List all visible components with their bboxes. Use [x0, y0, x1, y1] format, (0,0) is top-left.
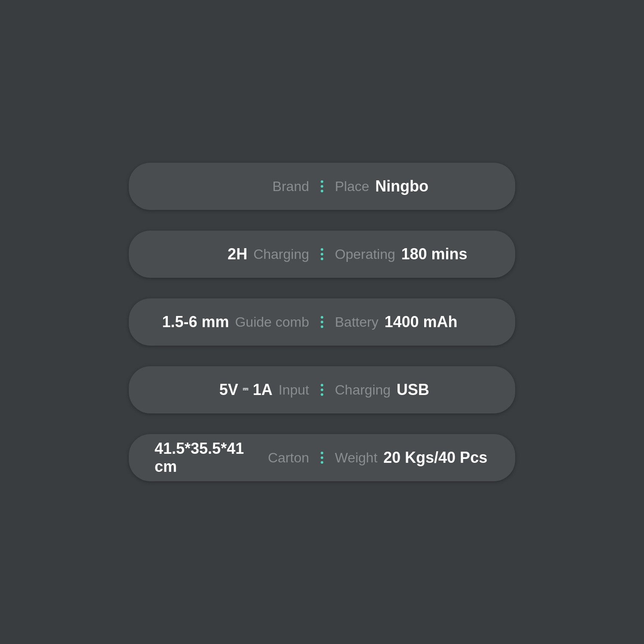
guidecomb-battery-card: 1.5-6 mm Guide comb Battery 1400 mAh — [129, 298, 515, 346]
right-section: Weight 20 Kgs/40 Pcs — [335, 449, 489, 467]
dc-symbol: ⎓ — [243, 383, 249, 395]
brand-label: Brand — [273, 179, 309, 194]
charging-label: Charging — [253, 246, 309, 262]
right-section: Battery 1400 mAh — [335, 313, 489, 331]
dot-bot — [321, 325, 323, 328]
spec-row: 41.5*35.5*41 cm Carton Weight 20 Kgs/40 … — [155, 440, 489, 476]
divider — [309, 248, 335, 260]
divider — [309, 384, 335, 396]
voltage-value: 5V — [219, 381, 238, 399]
left-section: 1.5-6 mm Guide comb — [155, 313, 309, 331]
divider — [309, 452, 335, 464]
left-section: 41.5*35.5*41 cm Carton — [155, 440, 309, 476]
guidecomb-label: Guide comb — [235, 314, 309, 330]
dot-top — [321, 316, 323, 319]
guidecomb-value: 1.5-6 mm — [162, 313, 229, 331]
dot-top — [321, 248, 323, 251]
dot-mid — [321, 456, 323, 459]
dot-top — [321, 180, 323, 183]
dot-mid — [321, 389, 323, 391]
spec-row: Brand Place Ningbo — [155, 177, 489, 195]
spec-row: 2H Charging Operating 180 mins — [155, 245, 489, 263]
dot-mid — [321, 185, 323, 188]
dot-bot — [321, 393, 323, 396]
operating-label: Operating — [335, 246, 395, 262]
battery-value: 1400 mAh — [384, 313, 457, 331]
dot-bot — [321, 461, 323, 464]
left-section: Brand — [155, 179, 309, 194]
left-section: 5V ⎓ 1A Input — [155, 381, 309, 399]
spec-row: 1.5-6 mm Guide comb Battery 1400 mAh — [155, 313, 489, 331]
weight-value: 20 Kgs/40 Pcs — [383, 449, 487, 467]
charging-value: 2H — [228, 245, 247, 263]
charging-operating-card: 2H Charging Operating 180 mins — [129, 231, 515, 278]
battery-label: Battery — [335, 314, 378, 330]
input-label: Input — [279, 382, 309, 398]
carton-size-value: 41.5*35.5*41 cm — [155, 440, 262, 476]
input-charging-card: 5V ⎓ 1A Input Charging USB — [129, 366, 515, 413]
brand-place-card: Brand Place Ningbo — [129, 163, 515, 210]
carton-weight-card: 41.5*35.5*41 cm Carton Weight 20 Kgs/40 … — [129, 434, 515, 481]
place-value: Ningbo — [375, 177, 428, 195]
specs-container: Brand Place Ningbo 2H Charging — [129, 163, 515, 481]
operating-value: 180 mins — [401, 245, 468, 263]
dot-mid — [321, 321, 323, 323]
dot-mid — [321, 253, 323, 255]
right-section: Charging USB — [335, 381, 489, 399]
usb-value: USB — [397, 381, 429, 399]
dot-bot — [321, 190, 323, 192]
right-section: Operating 180 mins — [335, 245, 489, 263]
place-label: Place — [335, 179, 369, 194]
charging-usb-label: Charging — [335, 382, 391, 398]
ampere-value: 1A — [253, 381, 273, 399]
weight-label: Weight — [335, 450, 377, 466]
spec-row: 5V ⎓ 1A Input Charging USB — [155, 381, 489, 399]
divider — [309, 180, 335, 192]
carton-label: Carton — [268, 450, 309, 466]
divider — [309, 316, 335, 328]
left-section: 2H Charging — [155, 245, 309, 263]
dot-top — [321, 384, 323, 386]
dot-bot — [321, 258, 323, 260]
dot-top — [321, 452, 323, 454]
right-section: Place Ningbo — [335, 177, 489, 195]
